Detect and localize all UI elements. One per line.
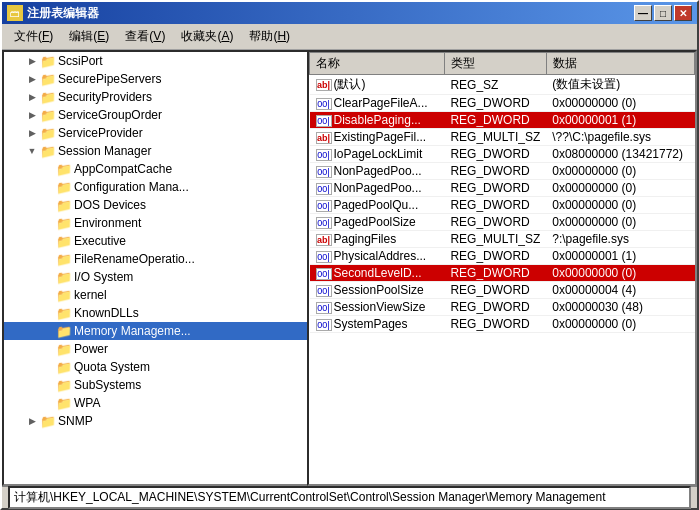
tree-item[interactable]: ▶📁ServiceProvider <box>4 124 307 142</box>
expand-icon[interactable] <box>40 323 56 339</box>
table-row[interactable]: ab|(默认)REG_SZ(数值未设置) <box>310 75 695 95</box>
expand-icon[interactable]: ▶ <box>24 53 40 69</box>
expand-icon[interactable] <box>40 161 56 177</box>
app-icon: 🗃 <box>7 5 23 21</box>
menu-edit[interactable]: 编辑(E) <box>61 26 117 47</box>
tree-item-label: SubSystems <box>74 378 141 392</box>
col-type[interactable]: 类型 <box>444 53 546 75</box>
expand-icon[interactable] <box>40 287 56 303</box>
menu-help[interactable]: 帮助(H) <box>241 26 298 47</box>
table-row[interactable]: 00|NonPagedPoo...REG_DWORD0x00000000 (0) <box>310 180 695 197</box>
reg-name: 00|PagedPoolQu... <box>310 197 445 214</box>
tree-panel[interactable]: ▶📁ScsiPort▶📁SecurePipeServers▶📁SecurityP… <box>2 50 307 486</box>
reg-data: (数值未设置) <box>546 75 694 95</box>
tree-item[interactable]: 📁KnownDLLs <box>4 304 307 322</box>
menu-view[interactable]: 查看(V) <box>117 26 173 47</box>
main-window: 🗃 注册表编辑器 — □ ✕ 文件(F) 编辑(E) 查看(V) 收藏夹(A) … <box>0 0 699 510</box>
table-row[interactable]: 00|SessionPoolSizeREG_DWORD0x00000004 (4… <box>310 282 695 299</box>
tree-item[interactable]: 📁Quota System <box>4 358 307 376</box>
maximize-button[interactable]: □ <box>654 5 672 21</box>
expand-icon[interactable] <box>40 215 56 231</box>
tree-item[interactable]: ▶📁ScsiPort <box>4 52 307 70</box>
reg-dword-icon: 00| <box>316 217 332 229</box>
table-row[interactable]: ab|ExistingPageFil...REG_MULTI_SZ\??\C:\… <box>310 129 695 146</box>
tree-item[interactable]: 📁kernel <box>4 286 307 304</box>
expand-icon[interactable]: ▼ <box>24 143 40 159</box>
reg-type: REG_DWORD <box>444 197 546 214</box>
reg-name: 00|NonPagedPoo... <box>310 180 445 197</box>
expand-icon[interactable] <box>40 269 56 285</box>
reg-name: 00|NonPagedPoo... <box>310 163 445 180</box>
expand-icon[interactable] <box>40 197 56 213</box>
tree-item[interactable]: ▼📁Session Manager <box>4 142 307 160</box>
tree-item-label: WPA <box>74 396 100 410</box>
tree-item[interactable]: 📁WPA <box>4 394 307 412</box>
table-row[interactable]: 00|ClearPageFileA...REG_DWORD0x00000000 … <box>310 95 695 112</box>
reg-string-icon: ab| <box>316 234 332 246</box>
tree-item[interactable]: 📁Environment <box>4 214 307 232</box>
status-bar: 计算机\HKEY_LOCAL_MACHINE\SYSTEM\CurrentCon… <box>2 486 697 508</box>
folder-icon: 📁 <box>40 126 56 141</box>
reg-name: 00|SessionPoolSize <box>310 282 445 299</box>
window-title: 注册表编辑器 <box>27 5 99 22</box>
table-row[interactable]: 00|IoPageLockLimitREG_DWORD0x08000000 (1… <box>310 146 695 163</box>
reg-type: REG_DWORD <box>444 163 546 180</box>
folder-icon: 📁 <box>56 198 72 213</box>
tree-item[interactable]: ▶📁SecurePipeServers <box>4 70 307 88</box>
main-content: ▶📁ScsiPort▶📁SecurePipeServers▶📁SecurityP… <box>2 50 697 486</box>
expand-icon[interactable] <box>40 377 56 393</box>
expand-icon[interactable]: ▶ <box>24 125 40 141</box>
tree-item[interactable]: ▶📁SecurityProviders <box>4 88 307 106</box>
tree-item[interactable]: ▶📁ServiceGroupOrder <box>4 106 307 124</box>
reg-data: 0x00000000 (0) <box>546 95 694 112</box>
table-row[interactable]: 00|DisablePaging...REG_DWORD0x00000001 (… <box>310 112 695 129</box>
reg-type: REG_DWORD <box>444 282 546 299</box>
tree-item[interactable]: 📁Configuration Mana... <box>4 178 307 196</box>
tree-item-label: Executive <box>74 234 126 248</box>
menu-favorites[interactable]: 收藏夹(A) <box>173 26 241 47</box>
expand-icon[interactable]: ▶ <box>24 107 40 123</box>
expand-icon[interactable]: ▶ <box>24 89 40 105</box>
table-row[interactable]: 00|NonPagedPoo...REG_DWORD0x00000000 (0) <box>310 163 695 180</box>
tree-item[interactable]: 📁SubSystems <box>4 376 307 394</box>
tree-item[interactable]: 📁Memory Manageme... <box>4 322 307 340</box>
reg-data: 0x00000000 (0) <box>546 197 694 214</box>
tree-item[interactable]: 📁Executive <box>4 232 307 250</box>
tree-item-label: AppCompatCache <box>74 162 172 176</box>
tree-item[interactable]: 📁I/O System <box>4 268 307 286</box>
tree-item[interactable]: 📁DOS Devices <box>4 196 307 214</box>
tree-item[interactable]: 📁FileRenameOperatio... <box>4 250 307 268</box>
expand-icon[interactable] <box>40 179 56 195</box>
registry-table: 名称 类型 数据 ab|(默认)REG_SZ(数值未设置)00|ClearPag… <box>309 52 695 333</box>
expand-icon[interactable] <box>40 233 56 249</box>
expand-icon[interactable]: ▶ <box>24 413 40 429</box>
expand-icon[interactable] <box>40 395 56 411</box>
table-row[interactable]: 00|SystemPagesREG_DWORD0x00000000 (0) <box>310 316 695 333</box>
expand-icon[interactable] <box>40 341 56 357</box>
minimize-button[interactable]: — <box>634 5 652 21</box>
expand-icon[interactable] <box>40 359 56 375</box>
expand-icon[interactable] <box>40 251 56 267</box>
tree-item[interactable]: 📁Power <box>4 340 307 358</box>
tree-item-label: SNMP <box>58 414 93 428</box>
menu-file[interactable]: 文件(F) <box>6 26 61 47</box>
folder-icon: 📁 <box>40 414 56 429</box>
close-button[interactable]: ✕ <box>674 5 692 21</box>
col-name[interactable]: 名称 <box>310 53 445 75</box>
folder-icon: 📁 <box>56 378 72 393</box>
reg-data: \??\C:\pagefile.sys <box>546 129 694 146</box>
table-row[interactable]: 00|SessionViewSizeREG_DWORD0x00000030 (4… <box>310 299 695 316</box>
expand-icon[interactable] <box>40 305 56 321</box>
table-row[interactable]: 00|PagedPoolQu...REG_DWORD0x00000000 (0) <box>310 197 695 214</box>
table-row[interactable]: 00|SecondLevelD...REG_DWORD0x00000000 (0… <box>310 265 695 282</box>
expand-icon[interactable]: ▶ <box>24 71 40 87</box>
tree-item[interactable]: 📁AppCompatCache <box>4 160 307 178</box>
table-row[interactable]: 00|PagedPoolSizeREG_DWORD0x00000000 (0) <box>310 214 695 231</box>
col-data[interactable]: 数据 <box>546 53 694 75</box>
folder-icon: 📁 <box>40 54 56 69</box>
tree-item[interactable]: ▶📁SNMP <box>4 412 307 430</box>
table-row[interactable]: ab|PagingFilesREG_MULTI_SZ?:\pagefile.sy… <box>310 231 695 248</box>
menubar: 文件(F) 编辑(E) 查看(V) 收藏夹(A) 帮助(H) <box>2 24 697 50</box>
table-row[interactable]: 00|PhysicalAddres...REG_DWORD0x00000001 … <box>310 248 695 265</box>
tree-item-label: FileRenameOperatio... <box>74 252 195 266</box>
